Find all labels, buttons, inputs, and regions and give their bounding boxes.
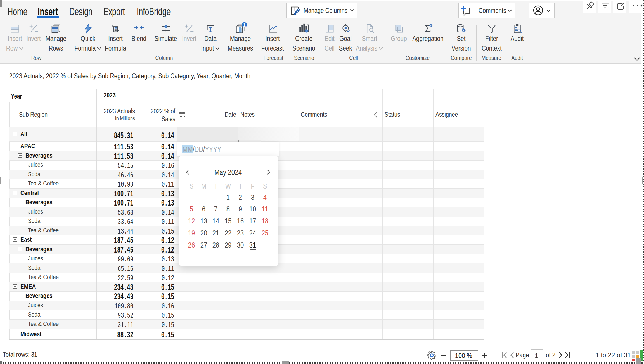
svg-text:1: 1	[243, 23, 246, 27]
